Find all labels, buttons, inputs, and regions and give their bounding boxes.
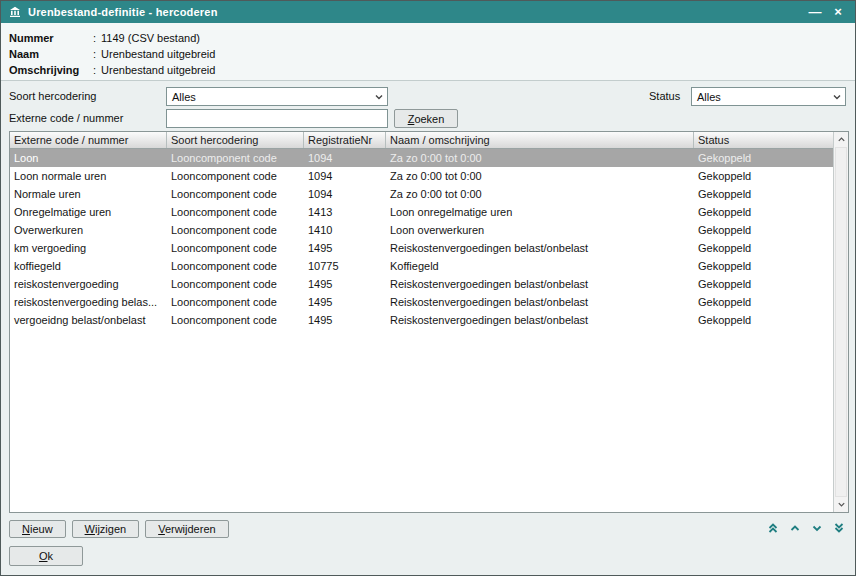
omschrijving-value: Urenbestand uitgebreid xyxy=(101,64,215,76)
cell-soort: Looncomponent code xyxy=(167,185,304,203)
nieuw-button[interactable]: Nieuw xyxy=(9,520,66,538)
cell-naam: Za zo 0:00 tot 0:00 xyxy=(386,149,694,167)
cell-soort: Looncomponent code xyxy=(167,167,304,185)
soort-hercodering-select[interactable]: Alles xyxy=(166,87,388,106)
status-value: Alles xyxy=(697,91,832,103)
titlebar[interactable]: Urenbestand-definitie - hercoderen — × xyxy=(1,1,855,23)
omschrijving-label: Omschrijving xyxy=(9,62,93,78)
cell-soort: Looncomponent code xyxy=(167,311,304,329)
info-row-nummer: Nummer:1149 (CSV bestand) xyxy=(9,30,847,46)
externe-code-input[interactable] xyxy=(166,109,388,128)
go-next-button[interactable] xyxy=(808,520,825,536)
cell-status: Gekoppeld xyxy=(694,275,833,293)
table-row[interactable]: Normale uren Looncomponent code 1094 Za … xyxy=(10,185,833,203)
nieuw-label-rest: ieuw xyxy=(30,523,53,535)
app-icon xyxy=(9,6,21,18)
wijzigen-mnemonic: W xyxy=(85,523,95,535)
info-row-naam: Naam:Urenbestand uitgebreid xyxy=(9,46,847,62)
cell-soort: Looncomponent code xyxy=(167,149,304,167)
cell-naam: Koffiegeld xyxy=(386,257,694,275)
scrollbar-thumb[interactable] xyxy=(835,147,847,497)
cell-status: Gekoppeld xyxy=(694,149,833,167)
double-chevron-up-icon xyxy=(767,522,779,534)
column-header-registratienr[interactable]: RegistratieNr xyxy=(304,132,386,148)
minimize-button[interactable]: — xyxy=(807,2,823,22)
scrollbar-up-arrow[interactable] xyxy=(834,132,848,147)
ok-button[interactable]: Ok xyxy=(9,546,83,566)
cell-registratienr: 1495 xyxy=(304,293,386,311)
action-bar: Nieuw Wijzigen Verwijderen xyxy=(9,520,847,540)
table-row[interactable]: reiskostenvergoeding Looncomponent code … xyxy=(10,275,833,293)
column-header-status[interactable]: Status xyxy=(694,132,833,148)
nummer-value: 1149 (CSV bestand) xyxy=(101,32,200,44)
cell-soort: Looncomponent code xyxy=(167,221,304,239)
table-row[interactable]: Loon normale uren Looncomponent code 109… xyxy=(10,167,833,185)
cell-naam: Za zo 0:00 tot 0:00 xyxy=(386,167,694,185)
cell-registratienr: 1495 xyxy=(304,275,386,293)
cell-status: Gekoppeld xyxy=(694,311,833,329)
cell-registratienr: 1094 xyxy=(304,167,386,185)
cell-externe-code: koffiegeld xyxy=(10,257,167,275)
cell-naam: Reiskostenvergoedingen belast/onbelast xyxy=(386,293,694,311)
go-previous-button[interactable] xyxy=(786,520,803,536)
table-row[interactable]: Overwerkuren Looncomponent code 1410 Loo… xyxy=(10,221,833,239)
verwijderen-button[interactable]: Verwijderen xyxy=(145,520,228,538)
cell-externe-code: reiskostenvergoeding xyxy=(10,275,167,293)
chevron-up-icon xyxy=(789,522,801,534)
go-first-button[interactable] xyxy=(764,520,781,536)
table-row[interactable]: vergoeidng belast/onbelast Looncomponent… xyxy=(10,311,833,329)
cell-soort: Looncomponent code xyxy=(167,239,304,257)
cell-registratienr: 1410 xyxy=(304,221,386,239)
status-select[interactable]: Alles xyxy=(691,87,846,106)
column-header-naam-omschrijving[interactable]: Naam / omschrijving xyxy=(386,132,694,148)
window-title: Urenbestand-definitie - hercoderen xyxy=(28,6,800,18)
cell-naam: Za zo 0:00 tot 0:00 xyxy=(386,185,694,203)
table-row[interactable]: koffiegeld Looncomponent code 10775 Koff… xyxy=(10,257,833,275)
cell-naam: Loon onregelmatige uren xyxy=(386,203,694,221)
cell-soort: Looncomponent code xyxy=(167,275,304,293)
cell-externe-code: Onregelmatige uren xyxy=(10,203,167,221)
cell-registratienr: 1495 xyxy=(304,311,386,329)
double-chevron-down-icon xyxy=(833,522,845,534)
column-header-externe-code[interactable]: Externe code / nummer xyxy=(10,132,167,148)
cell-status: Gekoppeld xyxy=(694,293,833,311)
cell-registratienr: 1495 xyxy=(304,239,386,257)
cell-externe-code: Normale uren xyxy=(10,185,167,203)
nieuw-mnemonic: N xyxy=(22,523,30,535)
close-button[interactable]: × xyxy=(830,2,846,22)
table-scrollbar[interactable] xyxy=(833,132,848,512)
table-row[interactable]: reiskostenvergoeding belas... Looncompon… xyxy=(10,293,833,311)
cell-registratienr: 1094 xyxy=(304,185,386,203)
row-navigation xyxy=(764,520,847,536)
table-row[interactable]: km vergoeding Looncomponent code 1495 Re… xyxy=(10,239,833,257)
cell-registratienr: 1094 xyxy=(304,149,386,167)
ok-label-rest: k xyxy=(48,550,54,562)
confirm-bar: Ok xyxy=(9,546,83,566)
table-body: Loon Looncomponent code 1094 Za zo 0:00 … xyxy=(10,149,833,512)
table-row[interactable]: Loon Looncomponent code 1094 Za zo 0:00 … xyxy=(10,149,833,167)
zoeken-button[interactable]: Zoeken xyxy=(394,109,458,128)
cell-naam: Reiskostenvergoedingen belast/onbelast xyxy=(386,239,694,257)
cell-externe-code: vergoeidng belast/onbelast xyxy=(10,311,167,329)
cell-status: Gekoppeld xyxy=(694,221,833,239)
status-label: Status xyxy=(649,87,680,106)
cell-externe-code: Loon normale uren xyxy=(10,167,167,185)
soort-hercodering-value: Alles xyxy=(172,91,374,103)
cell-externe-code: km vergoeding xyxy=(10,239,167,257)
cell-registratienr: 1413 xyxy=(304,203,386,221)
filter-bar: Soort hercodering Alles Status Alles Ext… xyxy=(1,81,855,131)
naam-separator: : xyxy=(93,48,96,60)
nummer-separator: : xyxy=(93,32,96,44)
wijzigen-button[interactable]: Wijzigen xyxy=(72,520,140,538)
omschrijving-separator: : xyxy=(93,64,96,76)
cell-externe-code: Overwerkuren xyxy=(10,221,167,239)
column-header-soort-hercodering[interactable]: Soort hercodering xyxy=(167,132,304,148)
table-row[interactable]: Onregelmatige uren Looncomponent code 14… xyxy=(10,203,833,221)
cell-naam: Reiskostenvergoedingen belast/onbelast xyxy=(386,275,694,293)
zoeken-label-rest: oeken xyxy=(414,113,444,125)
scrollbar-down-arrow[interactable] xyxy=(834,497,848,512)
recode-table: Externe code / nummer Soort hercodering … xyxy=(9,131,849,513)
ok-mnemonic: O xyxy=(39,550,48,562)
go-last-button[interactable] xyxy=(830,520,847,536)
cell-status: Gekoppeld xyxy=(694,239,833,257)
